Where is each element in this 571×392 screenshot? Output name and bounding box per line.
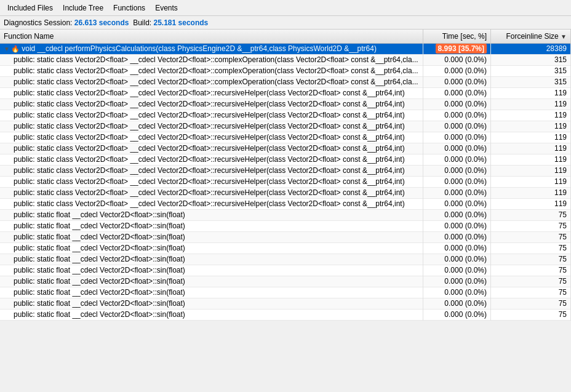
- function-name-cell: public: static class Vector2D<float> __c…: [0, 154, 423, 165]
- table-row[interactable]: public: static float __cdecl Vector2D<fl…: [0, 309, 571, 320]
- function-name-cell: public: static class Vector2D<float> __c…: [0, 176, 423, 187]
- diagnostics-build: 25.181 seconds: [154, 18, 209, 27]
- size-cell: 75: [491, 209, 571, 220]
- time-cell: 0.000 (0.0%): [423, 220, 491, 231]
- menu-events[interactable]: Events: [150, 2, 183, 14]
- table-row[interactable]: public: static float __cdecl Vector2D<fl…: [0, 254, 571, 265]
- table-row[interactable]: public: static class Vector2D<float> __c…: [0, 198, 571, 209]
- time-cell: 0.000 (0.0%): [423, 254, 491, 265]
- time-cell: 0.000 (0.0%): [423, 176, 491, 187]
- diagnostics-session: 26.613 seconds: [74, 18, 129, 27]
- function-name-cell: public: static class Vector2D<float> __c…: [0, 110, 423, 121]
- menu-functions[interactable]: Functions: [108, 2, 150, 14]
- menu-include-tree[interactable]: Include Tree: [58, 2, 108, 14]
- function-name-cell: public: static class Vector2D<float> __c…: [0, 143, 423, 154]
- function-name-cell: public: static float __cdecl Vector2D<fl…: [0, 287, 423, 298]
- function-name-cell: public: static float __cdecl Vector2D<fl…: [0, 231, 423, 242]
- function-name-cell: public: static class Vector2D<float> __c…: [0, 187, 423, 198]
- table-row[interactable]: ▼🔥 void __cdecl performPhysicsCalculatio…: [0, 43, 571, 54]
- table-container: Function Name Time [sec, %] Forceinline …: [0, 30, 571, 392]
- time-cell: 0.000 (0.0%): [423, 65, 491, 76]
- diagnostics-build-label: Build:: [133, 18, 151, 27]
- size-cell: 119: [491, 132, 571, 143]
- size-cell: 75: [491, 254, 571, 265]
- size-cell: 119: [491, 154, 571, 165]
- time-cell: 0.000 (0.0%): [423, 298, 491, 309]
- function-name-cell: public: static class Vector2D<float> __c…: [0, 65, 423, 76]
- size-cell: 75: [491, 309, 571, 320]
- time-cell: 0.000 (0.0%): [423, 187, 491, 198]
- function-name-cell: public: static float __cdecl Vector2D<fl…: [0, 242, 423, 254]
- table-row[interactable]: public: static class Vector2D<float> __c…: [0, 121, 571, 132]
- function-name-cell: public: static float __cdecl Vector2D<fl…: [0, 220, 423, 231]
- diagnostics-bar: Diagnostics Session: 26.613 seconds Buil…: [0, 16, 571, 30]
- size-cell: 315: [491, 54, 571, 65]
- time-cell: 0.000 (0.0%): [423, 287, 491, 298]
- table-row[interactable]: public: static class Vector2D<float> __c…: [0, 54, 571, 65]
- table-row[interactable]: public: static class Vector2D<float> __c…: [0, 110, 571, 121]
- time-cell: 0.000 (0.0%): [423, 87, 491, 98]
- size-cell: 75: [491, 265, 571, 276]
- table-row[interactable]: public: static class Vector2D<float> __c…: [0, 132, 571, 143]
- size-cell: 75: [491, 276, 571, 287]
- function-name-cell: public: static class Vector2D<float> __c…: [0, 198, 423, 209]
- col-forceinline-size[interactable]: Forceinline Size ▼: [491, 30, 571, 43]
- flame-icon: 🔥: [11, 45, 20, 52]
- table-row[interactable]: public: static float __cdecl Vector2D<fl…: [0, 209, 571, 220]
- table-row[interactable]: public: static float __cdecl Vector2D<fl…: [0, 265, 571, 276]
- table-row[interactable]: public: static class Vector2D<float> __c…: [0, 87, 571, 98]
- size-cell: 119: [491, 198, 571, 209]
- sort-arrow-icon: ▼: [561, 33, 567, 40]
- diagnostics-label: Diagnostics Session:: [4, 18, 72, 27]
- time-cell: 0.000 (0.0%): [423, 165, 491, 176]
- function-name-cell: public: static float __cdecl Vector2D<fl…: [0, 276, 423, 287]
- size-cell: 28389: [491, 43, 571, 54]
- size-cell: 119: [491, 87, 571, 98]
- function-name-cell: public: static float __cdecl Vector2D<fl…: [0, 254, 423, 265]
- table-row[interactable]: public: static class Vector2D<float> __c…: [0, 65, 571, 76]
- size-cell: 75: [491, 298, 571, 309]
- function-name-cell: public: static float __cdecl Vector2D<fl…: [0, 309, 423, 320]
- time-cell: 0.000 (0.0%): [423, 242, 491, 254]
- time-cell: 0.000 (0.0%): [423, 76, 491, 87]
- table-row[interactable]: public: static float __cdecl Vector2D<fl…: [0, 220, 571, 231]
- size-cell: 75: [491, 231, 571, 242]
- menu-included-files[interactable]: Included Files: [2, 2, 58, 14]
- menu-bar: Included Files Include Tree Functions Ev…: [0, 0, 571, 16]
- size-cell: 75: [491, 220, 571, 231]
- table-row[interactable]: public: static float __cdecl Vector2D<fl…: [0, 231, 571, 242]
- size-cell: 119: [491, 110, 571, 121]
- col-time[interactable]: Time [sec, %]: [423, 30, 491, 43]
- function-name-cell: public: static float __cdecl Vector2D<fl…: [0, 209, 423, 220]
- size-cell: 75: [491, 287, 571, 298]
- function-name-cell: public: static float __cdecl Vector2D<fl…: [0, 298, 423, 309]
- function-name-cell: public: static class Vector2D<float> __c…: [0, 54, 423, 65]
- size-cell: 119: [491, 143, 571, 154]
- table-row[interactable]: public: static class Vector2D<float> __c…: [0, 98, 571, 110]
- function-name-cell: public: static float __cdecl Vector2D<fl…: [0, 265, 423, 276]
- table-row[interactable]: public: static float __cdecl Vector2D<fl…: [0, 276, 571, 287]
- table-row[interactable]: public: static float __cdecl Vector2D<fl…: [0, 242, 571, 254]
- table-row[interactable]: public: static float __cdecl Vector2D<fl…: [0, 298, 571, 309]
- table-row[interactable]: public: static class Vector2D<float> __c…: [0, 154, 571, 165]
- size-cell: 119: [491, 187, 571, 198]
- col-function-name[interactable]: Function Name: [0, 30, 423, 43]
- table-row[interactable]: public: static class Vector2D<float> __c…: [0, 165, 571, 176]
- function-name-cell: public: static class Vector2D<float> __c…: [0, 165, 423, 176]
- function-name-cell: public: static class Vector2D<float> __c…: [0, 132, 423, 143]
- time-cell: 0.000 (0.0%): [423, 276, 491, 287]
- size-cell: 315: [491, 65, 571, 76]
- table-row[interactable]: public: static class Vector2D<float> __c…: [0, 187, 571, 198]
- table-row[interactable]: public: static class Vector2D<float> __c…: [0, 143, 571, 154]
- function-name-cell: ▼🔥 void __cdecl performPhysicsCalculatio…: [0, 43, 423, 54]
- time-cell: 0.000 (0.0%): [423, 54, 491, 65]
- time-cell: 0.000 (0.0%): [423, 143, 491, 154]
- function-name-cell: public: static class Vector2D<float> __c…: [0, 87, 423, 98]
- function-name-cell: public: static class Vector2D<float> __c…: [0, 76, 423, 87]
- table-row[interactable]: public: static class Vector2D<float> __c…: [0, 176, 571, 187]
- table-row[interactable]: public: static float __cdecl Vector2D<fl…: [0, 287, 571, 298]
- size-cell: 75: [491, 242, 571, 254]
- time-cell: 0.000 (0.0%): [423, 198, 491, 209]
- table-row[interactable]: public: static class Vector2D<float> __c…: [0, 76, 571, 87]
- time-cell: 0.000 (0.0%): [423, 309, 491, 320]
